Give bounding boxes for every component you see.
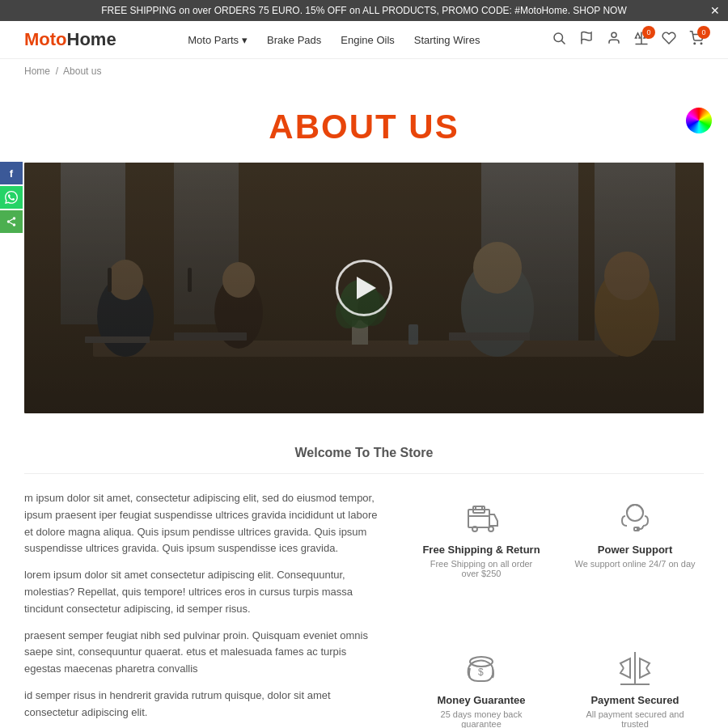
feature-payment: Payment Secured All payment secured and … xyxy=(566,641,704,728)
whatsapp-button[interactable] xyxy=(0,186,23,209)
page-title-section: ABOUT US xyxy=(0,83,728,163)
header: MotoHome Moto Parts ▾ Brake Pads Engine … xyxy=(0,21,728,59)
breadcrumb: Home / About us xyxy=(0,59,728,83)
video-section xyxy=(24,163,704,413)
share-button[interactable] xyxy=(0,210,23,233)
svg-text:$: $ xyxy=(478,667,484,678)
svg-line-11 xyxy=(10,222,13,224)
svg-point-9 xyxy=(7,220,11,223)
svg-point-8 xyxy=(13,217,16,220)
money-icon: $ xyxy=(462,649,501,688)
nav-brake-pads[interactable]: Brake Pads xyxy=(267,34,321,46)
play-button[interactable] xyxy=(336,260,392,316)
money-title: Money Guarantee xyxy=(421,694,542,706)
scale-icon[interactable]: 0 xyxy=(634,31,649,49)
svg-point-0 xyxy=(554,33,563,42)
color-wheel-icon[interactable] xyxy=(686,108,712,133)
svg-line-12 xyxy=(10,219,13,221)
banner-text: FREE SHIPPING on over ORDERS 75 EURO. 15… xyxy=(101,5,627,16)
svg-point-40 xyxy=(489,527,493,531)
svg-point-7 xyxy=(700,43,702,44)
info-section: Welcome To The Store m ipsum dolor sit a… xyxy=(0,413,728,728)
social-sidebar: f xyxy=(0,162,23,233)
facebook-button[interactable]: f xyxy=(0,162,23,184)
logo-home: Home xyxy=(67,29,116,49)
nav-moto-parts[interactable]: Moto Parts ▾ xyxy=(188,34,248,46)
money-desc: 25 days money back guarantee xyxy=(421,709,542,728)
search-icon[interactable] xyxy=(552,31,566,49)
support-icon xyxy=(616,498,654,537)
user-icon[interactable] xyxy=(607,31,621,49)
flag-icon[interactable] xyxy=(579,31,594,49)
info-text: m ipsum dolor sit amet, consectetur adip… xyxy=(24,490,380,728)
top-banner: FREE SHIPPING on over ORDERS 75 EURO. 15… xyxy=(0,0,728,21)
logo[interactable]: MotoHome xyxy=(24,29,116,50)
shipping-icon xyxy=(462,498,501,537)
play-icon xyxy=(357,277,376,299)
support-desc: We support online 24/7 on day xyxy=(574,559,696,569)
scale-badge: 0 xyxy=(642,26,655,39)
page-title: ABOUT US xyxy=(16,108,712,146)
dropdown-arrow-icon: ▾ xyxy=(242,34,248,46)
svg-point-6 xyxy=(694,43,696,44)
cart-icon[interactable]: 0 xyxy=(689,31,704,49)
header-icons: 0 0 xyxy=(552,31,704,49)
nav-engine-oils[interactable]: Engine Oils xyxy=(341,34,394,46)
svg-point-10 xyxy=(13,223,16,226)
svg-point-3 xyxy=(612,32,616,37)
info-para-2: lorem ipsum dolor sit amet consectetur a… xyxy=(24,567,380,617)
svg-line-1 xyxy=(561,40,565,44)
logo-moto: Moto xyxy=(24,29,67,49)
payment-icon xyxy=(616,649,654,688)
breadcrumb-home[interactable]: Home xyxy=(24,66,50,77)
info-para-4: id semper risus in hendrerit gravida rut… xyxy=(24,688,380,722)
banner-close[interactable]: ✕ xyxy=(710,4,720,17)
info-para-3: praesent semper feugiat nibh sed pulvina… xyxy=(24,628,380,678)
feature-support: Power Support We support online 24/7 on … xyxy=(566,490,704,624)
features-grid: Free Shipping & Return Free Shipping on … xyxy=(413,490,704,728)
nav-starting-wires[interactable]: Starting Wires xyxy=(414,34,480,46)
feature-money: $ Money Guarantee 25 days money back gua… xyxy=(413,641,550,728)
svg-point-39 xyxy=(472,527,477,531)
feature-shipping: Free Shipping & Return Free Shipping on … xyxy=(413,490,550,624)
welcome-title: Welcome To The Store xyxy=(24,446,704,474)
breadcrumb-current: About us xyxy=(63,66,101,77)
payment-title: Payment Secured xyxy=(574,694,696,706)
main-nav: Moto Parts ▾ Brake Pads Engine Oils Star… xyxy=(188,34,480,46)
support-title: Power Support xyxy=(574,544,696,556)
wishlist-icon[interactable] xyxy=(662,31,676,49)
cart-badge: 0 xyxy=(697,26,710,39)
video-overlay xyxy=(24,163,704,413)
info-content: m ipsum dolor sit amet, consectetur adip… xyxy=(24,490,704,728)
shipping-title: Free Shipping & Return xyxy=(421,544,542,556)
payment-desc: All payment secured and trusted xyxy=(574,709,696,728)
info-para-1: m ipsum dolor sit amet, consectetur adip… xyxy=(24,490,380,557)
shipping-desc: Free Shipping on all order over $250 xyxy=(421,559,542,578)
